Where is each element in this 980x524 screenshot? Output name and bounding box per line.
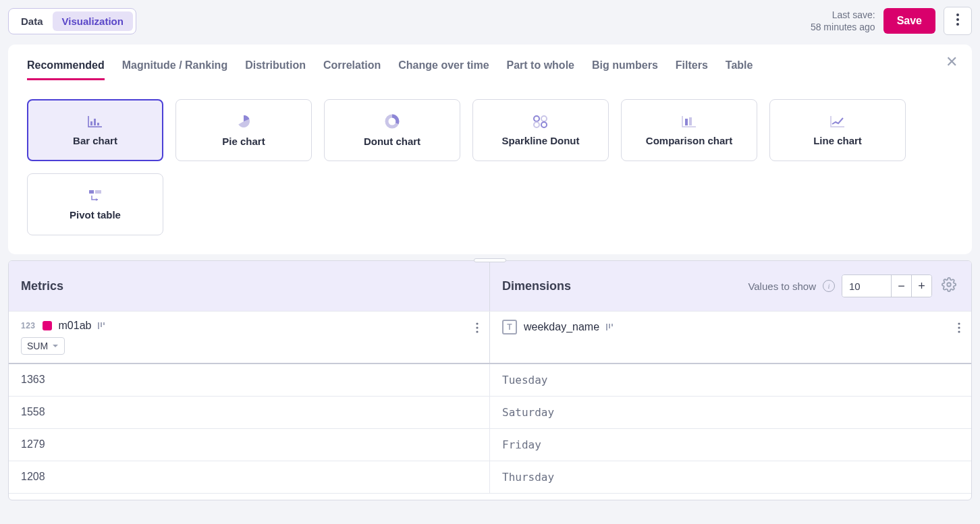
chart-card-label: Sparkline Donut [501, 135, 579, 146]
kebab-icon [956, 13, 959, 29]
chart-card-label: Pie chart [222, 136, 265, 147]
dimension-more-button[interactable] [958, 322, 960, 337]
more-menu-button[interactable] [944, 7, 972, 35]
metric-value: 1279 [9, 429, 490, 461]
resize-handle[interactable] [474, 258, 506, 262]
metric-more-button[interactable] [476, 322, 479, 337]
svg-point-0 [956, 13, 959, 16]
caret-down-icon [52, 344, 59, 348]
values-to-show-stepper: − + [842, 274, 932, 297]
bar-chart-icon [87, 115, 103, 128]
svg-point-15 [947, 283, 951, 287]
svg-rect-12 [689, 117, 692, 125]
chart-card-label: Bar chart [73, 135, 117, 146]
chart-card-label: Comparison chart [646, 135, 732, 146]
table-row: 1363 Tuesday [9, 364, 971, 397]
segment-data[interactable]: Data [11, 11, 53, 31]
chart-card-label: Line chart [813, 135, 862, 146]
dimension-value: Friday [490, 429, 971, 461]
tab-table[interactable]: Table [726, 59, 753, 80]
chart-card-label: Donut chart [364, 136, 420, 147]
tab-part-to-whole[interactable]: Part to whole [507, 59, 574, 80]
svg-point-19 [958, 322, 960, 324]
kebab-icon [476, 322, 479, 336]
dimension-value: Tuesday [490, 364, 971, 396]
svg-rect-4 [94, 119, 96, 125]
data-table: Metrics Dimensions Values to show i − + [8, 260, 972, 500]
stepper-decrement-button[interactable]: − [891, 275, 911, 297]
tab-change-over-time[interactable]: Change over time [398, 59, 489, 80]
dimensions-header-label: Dimensions [502, 279, 571, 293]
svg-point-21 [958, 330, 960, 332]
chart-card-sparkline-donut[interactable]: Sparkline Donut [472, 99, 609, 161]
svg-point-16 [476, 322, 478, 324]
tab-correlation[interactable]: Correlation [323, 59, 381, 80]
last-save-indicator: Last save: 58 minutes ago [811, 9, 875, 33]
svg-point-2 [956, 23, 959, 26]
pie-chart-icon [236, 114, 251, 129]
chart-card-bar[interactable]: Bar chart [27, 99, 163, 161]
dimension-value: Saturday [490, 397, 971, 428]
svg-point-20 [958, 326, 960, 328]
close-panel-button[interactable]: ✕ [942, 53, 961, 71]
tab-big-numbers[interactable]: Big numbers [592, 59, 658, 80]
svg-rect-14 [95, 190, 101, 194]
numeric-type-icon: 123 [21, 321, 36, 330]
tab-magnitude-ranking[interactable]: Magnitude / Ranking [122, 59, 227, 80]
save-button[interactable]: Save [883, 8, 935, 34]
svg-point-10 [541, 122, 547, 127]
svg-point-7 [534, 116, 539, 121]
chart-category-tabs: Recommended Magnitude / Ranking Distribu… [27, 59, 953, 80]
metric-value: 1363 [9, 364, 490, 396]
table-row: 1558 Saturday [9, 397, 971, 429]
chart-card-pie[interactable]: Pie chart [175, 99, 312, 161]
chart-card-comparison[interactable]: Comparison chart [621, 99, 757, 161]
chart-card-pivot[interactable]: Pivot table [27, 173, 163, 235]
table-row: 1279 Friday [9, 429, 971, 461]
metric-color-chip[interactable] [43, 321, 52, 330]
view-segmented-control: Data Visualization [8, 8, 136, 34]
chart-card-label: Pivot table [70, 209, 121, 221]
svg-rect-11 [685, 119, 688, 125]
values-to-show-input[interactable] [842, 275, 891, 297]
comparison-chart-icon [681, 115, 697, 128]
sort-icon[interactable] [98, 322, 105, 329]
svg-point-17 [476, 326, 478, 328]
donut-chart-icon [385, 114, 400, 129]
dimensions-header-cell: Dimensions Values to show i − + [490, 261, 971, 311]
info-icon[interactable]: i [823, 280, 835, 292]
stepper-increment-button[interactable]: + [911, 275, 931, 297]
svg-point-8 [541, 116, 547, 121]
dimension-field-cell: T weekday_name [490, 312, 971, 363]
plus-icon: + [918, 279, 925, 293]
sparkline-donut-icon [533, 115, 549, 128]
dimensions-settings-button[interactable] [939, 276, 959, 296]
close-icon: ✕ [946, 53, 958, 71]
text-type-icon: T [502, 320, 517, 334]
tab-distribution[interactable]: Distribution [245, 59, 306, 80]
metrics-header-cell: Metrics [9, 261, 490, 311]
pivot-table-icon [88, 189, 103, 202]
gear-icon [942, 277, 956, 295]
segment-visualization[interactable]: Visualization [53, 11, 133, 31]
tab-recommended[interactable]: Recommended [27, 59, 105, 80]
metric-field-cell: 123 m01ab SUM [9, 312, 490, 363]
tab-filters[interactable]: Filters [676, 59, 708, 80]
dimension-value: Thursday [490, 461, 971, 493]
svg-rect-13 [89, 190, 94, 194]
minus-icon: − [898, 279, 905, 293]
kebab-icon [958, 322, 960, 336]
aggregation-select[interactable]: SUM [21, 337, 65, 355]
svg-rect-5 [97, 123, 99, 125]
line-chart-icon [829, 115, 846, 128]
metric-value: 1558 [9, 397, 490, 428]
chart-card-line[interactable]: Line chart [769, 99, 906, 161]
svg-point-18 [476, 330, 478, 332]
dimension-name: weekday_name [524, 321, 599, 333]
chart-type-panel: ✕ Recommended Magnitude / Ranking Distri… [8, 45, 972, 254]
table-row: 1208 Thursday [9, 461, 971, 494]
sort-icon[interactable] [606, 324, 613, 330]
metric-value: 1208 [9, 461, 490, 493]
metric-name: m01ab [59, 320, 92, 332]
chart-card-donut[interactable]: Donut chart [324, 99, 460, 161]
